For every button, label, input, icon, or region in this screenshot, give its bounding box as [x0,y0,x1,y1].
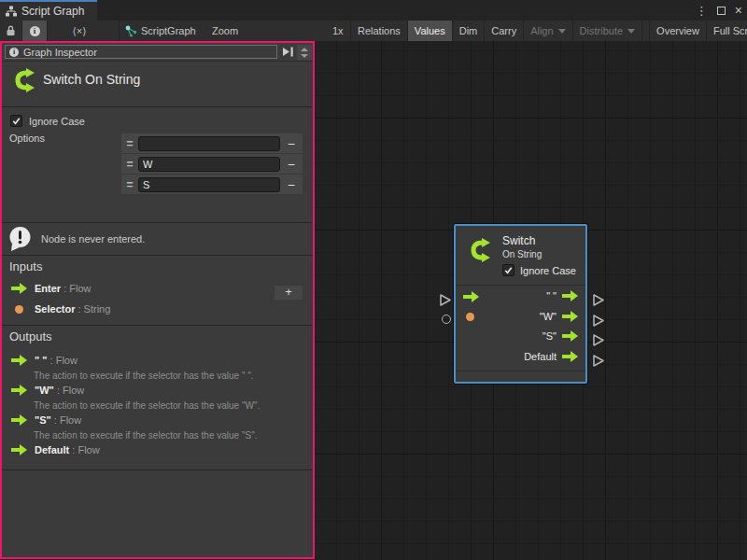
drag-handle-icon[interactable]: = [121,178,138,191]
option-input-0[interactable] [138,136,280,151]
inspector-toggle-button[interactable]: i [22,21,47,41]
port-description: The action to execute if the selector ha… [34,371,254,381]
option-input-2[interactable] [138,177,280,192]
input-row-enter: Enter : Flow [11,283,92,294]
flow-output-port-icon [562,311,578,322]
carry-button[interactable]: Carry [485,21,524,41]
window-tab-bar: Script Graph ⋮ × [0,0,747,21]
options-list: = − = − = − + [121,133,303,195]
port-type: : Flow [57,385,84,396]
node-ignore-case-checkbox[interactable] [502,264,514,276]
spin-up-icon [301,48,308,51]
ignore-case-label: Ignore Case [29,116,85,127]
graph-canvas[interactable]: Switch On String Ignore Case " " "W" "S" [315,41,747,560]
values-button[interactable]: Values [408,21,453,41]
connection-target-triangle-icon[interactable] [592,333,605,347]
port-name: "W" [35,385,54,396]
info-icon: i [30,26,40,36]
chevron-down-icon [627,29,635,34]
flow-output-port-icon [562,351,578,362]
warning-text: Node is never entered. [41,233,145,245]
lock-icon [6,25,16,36]
node-output-port[interactable]: "S" [543,330,578,342]
switch-on-string-node[interactable]: Switch On String Ignore Case " " "W" "S" [454,224,587,384]
flow-arrow-icon [11,283,27,294]
dim-button[interactable]: Dim [453,21,486,41]
port-type: : Flow [72,444,99,455]
connection-target-triangle-icon[interactable] [592,354,605,368]
ignore-case-checkbox[interactable] [10,115,22,127]
remove-option-button[interactable]: − [280,177,303,192]
code-view-button[interactable]: ⟨×⟩ [62,21,97,41]
info-icon: i [9,48,19,57]
panel-spinner[interactable] [297,45,312,60]
port-description: The action to execute if the selector ha… [34,430,257,441]
port-type: : Flow [50,355,78,366]
connection-source-triangle-icon[interactable] [439,293,452,307]
node-output-port[interactable]: " " [546,290,578,301]
connection-target-triangle-icon[interactable] [592,314,605,328]
tab-script-graph[interactable]: Script Graph [0,0,97,21]
graph-toolbar: i ⟨×⟩ ScriptGraph Zoom 1x Relations Valu… [0,21,747,41]
flow-arrow-icon [11,414,27,426]
maximize-icon[interactable] [717,7,726,15]
remove-option-button[interactable]: − [280,157,303,172]
switch-node-icon [464,235,496,265]
flow-input-port-icon[interactable] [463,291,479,302]
fullscreen-button[interactable]: Full Screen [707,21,747,41]
option-row: = − [121,154,303,175]
option-input-1[interactable] [138,157,280,172]
connection-target-triangle-icon[interactable] [592,293,605,307]
remove-option-button[interactable]: − [280,136,303,151]
add-option-button[interactable]: + [275,286,303,300]
relations-button[interactable]: Relations [351,21,408,41]
dock-panel-icon[interactable] [282,47,294,57]
graph-inspector-panel: i Graph Inspector Switch On String Ignor… [0,41,315,559]
input-row-selector: Selector : String [11,303,110,315]
overview-button[interactable]: Overview [649,21,707,41]
switch-node-icon [9,65,39,95]
hierarchy-icon [6,6,17,17]
node-title: Switch [502,234,535,247]
drag-handle-icon[interactable]: = [121,158,138,171]
inspector-header: i Graph Inspector [5,45,277,59]
drag-handle-icon[interactable]: = [121,137,138,150]
port-name: Default [35,444,69,455]
flow-output-port-icon [562,290,578,301]
port-name: Enter [35,283,61,294]
flow-arrow-icon [11,385,27,396]
scriptgraph-asset-icon [125,25,137,37]
connection-source-circle-icon[interactable] [442,315,451,324]
port-type: : Flow [63,283,91,294]
toolbar-button-group: Relations Values Dim Carry Align Distrib… [351,21,747,41]
warning-bubble-icon [7,226,33,252]
string-input-port-icon[interactable] [466,313,474,321]
lock-button[interactable] [0,21,21,41]
close-icon[interactable]: × [735,3,742,18]
tab-title: Script Graph [21,5,84,18]
flow-arrow-icon [11,444,27,455]
output-row: "W" : Flow [11,385,84,396]
port-description: The action to execute if the selector ha… [34,400,260,411]
options-label: Options [9,133,45,144]
window-menu-icon[interactable]: ⋮ [696,4,708,18]
port-name: Selector [35,303,75,315]
chevron-down-icon [558,29,566,34]
distribute-button[interactable]: Distribute [573,21,642,41]
checkmark-icon [11,116,21,126]
zoom-value: 1x [332,21,344,41]
spin-down-icon [301,54,308,58]
output-row: Default : Flow [11,444,100,455]
port-name: "S" [35,414,51,426]
inputs-section-title: Inputs [9,259,42,273]
scriptgraph-label: ScriptGraph [141,21,196,41]
zoom-label: Zoom [212,21,238,41]
inspector-header-title: Graph Inspector [23,47,97,58]
flow-arrow-icon [11,355,27,366]
option-row: = − [121,175,303,195]
checkmark-icon [503,265,514,275]
node-output-port[interactable]: "W" [540,311,578,322]
node-output-port[interactable]: Default [524,351,578,362]
align-button[interactable]: Align [524,21,572,41]
node-ignore-case-label: Ignore Case [520,265,576,276]
